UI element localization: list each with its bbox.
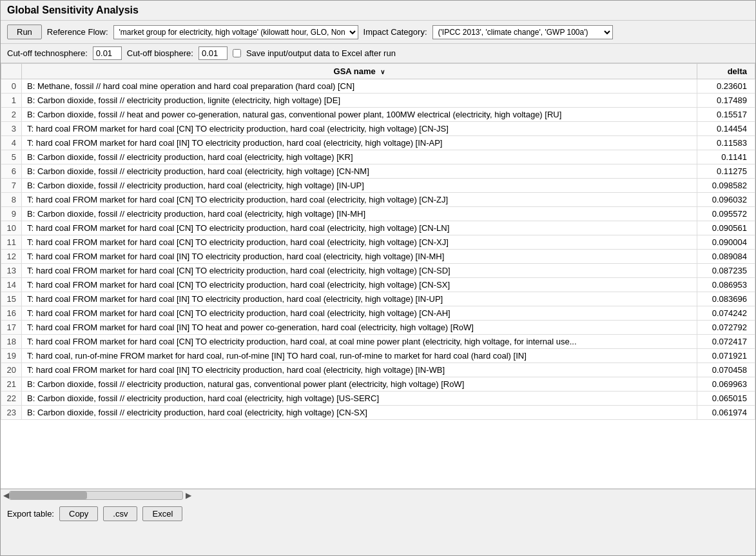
row-index: 6 xyxy=(1,164,22,179)
csv-button[interactable]: .csv xyxy=(103,506,137,521)
run-button[interactable]: Run xyxy=(7,25,42,39)
table-row[interactable]: 0B: Methane, fossil // hard coal mine op… xyxy=(1,79,755,94)
table-row[interactable]: 22B: Carbon dioxide, fossil // electrici… xyxy=(1,392,755,406)
title-bar: Global Sensitivity Analysis xyxy=(1,1,755,21)
row-delta-value: 0.095572 xyxy=(697,207,755,221)
row-gsa-name: T: hard coal FROM market for hard coal [… xyxy=(22,250,697,264)
table-row[interactable]: 6B: Carbon dioxide, fossil // electricit… xyxy=(1,164,755,179)
row-index: 4 xyxy=(1,136,22,150)
export-label: Export table: xyxy=(7,509,54,519)
row-index: 10 xyxy=(1,221,22,235)
table-row[interactable]: 5B: Carbon dioxide, fossil // electricit… xyxy=(1,150,755,164)
row-delta-value: 0.069963 xyxy=(697,377,755,392)
row-index: 23 xyxy=(1,406,22,420)
table-row[interactable]: 18T: hard coal FROM market for hard coal… xyxy=(1,335,755,349)
reference-flow-select[interactable]: 'market group for electricity, high volt… xyxy=(113,25,358,39)
row-index: 1 xyxy=(1,94,22,108)
page-title: Global Sensitivity Analysis xyxy=(7,5,749,16)
row-gsa-name: B: Carbon dioxide, fossil // electricity… xyxy=(22,207,697,221)
row-index: 18 xyxy=(1,335,22,349)
scrollbar-thumb xyxy=(10,491,87,499)
row-delta-value: 0.15517 xyxy=(697,108,755,122)
row-index: 3 xyxy=(1,122,22,136)
col-header-name[interactable]: GSA name ∨ xyxy=(22,64,697,79)
row-index: 9 xyxy=(1,207,22,221)
table-row[interactable]: 3T: hard coal FROM market for hard coal … xyxy=(1,122,755,136)
cutoff-row: Cut-off technosphere: Cut-off biosphere:… xyxy=(1,44,755,63)
table-row[interactable]: 11T: hard coal FROM market for hard coal… xyxy=(1,235,755,250)
row-delta-value: 0.065015 xyxy=(697,392,755,406)
row-gsa-name: T: hard coal, run-of-mine FROM market fo… xyxy=(22,349,697,363)
row-index: 20 xyxy=(1,363,22,377)
horizontal-scrollbar[interactable] xyxy=(9,491,183,500)
row-gsa-name: B: Carbon dioxide, fossil // electricity… xyxy=(22,406,697,420)
table-row[interactable]: 7B: Carbon dioxide, fossil // electricit… xyxy=(1,179,755,193)
reference-flow-label: Reference Flow: xyxy=(47,27,108,37)
table-row[interactable]: 1B: Carbon dioxide, fossil // electricit… xyxy=(1,94,755,108)
table-row[interactable]: 4T: hard coal FROM market for hard coal … xyxy=(1,136,755,150)
table-row[interactable]: 13T: hard coal FROM market for hard coal… xyxy=(1,264,755,278)
table-row[interactable]: 19T: hard coal, run-of-mine FROM market … xyxy=(1,349,755,363)
table-row[interactable]: 21B: Carbon dioxide, fossil // electrici… xyxy=(1,377,755,392)
main-window: Global Sensitivity Analysis Run Referenc… xyxy=(0,0,756,556)
row-gsa-name: B: Carbon dioxide, fossil // electricity… xyxy=(22,94,697,108)
row-gsa-name: B: Carbon dioxide, fossil // electricity… xyxy=(22,179,697,193)
row-index: 0 xyxy=(1,79,22,94)
row-index: 12 xyxy=(1,250,22,264)
footer: Export table: Copy .csv Excel xyxy=(1,501,755,526)
row-index: 5 xyxy=(1,150,22,164)
col-header-index xyxy=(1,64,22,79)
row-index: 21 xyxy=(1,377,22,392)
row-gsa-name: T: hard coal FROM market for hard coal [… xyxy=(22,264,697,278)
row-delta-value: 0.096032 xyxy=(697,193,755,207)
row-gsa-name: T: hard coal FROM market for hard coal [… xyxy=(22,335,697,349)
col-header-delta: delta xyxy=(697,64,755,79)
copy-button[interactable]: Copy xyxy=(59,506,98,521)
row-delta-value: 0.086953 xyxy=(697,278,755,292)
row-delta-value: 0.089084 xyxy=(697,250,755,264)
row-gsa-name: T: hard coal FROM market for hard coal [… xyxy=(22,221,697,235)
table-row[interactable]: 17T: hard coal FROM market for hard coal… xyxy=(1,321,755,335)
row-gsa-name: T: hard coal FROM market for hard coal [… xyxy=(22,193,697,207)
row-gsa-name: B: Carbon dioxide, fossil // electricity… xyxy=(22,392,697,406)
scrollbar-row: ◀ ▶ xyxy=(1,489,755,501)
save-excel-checkbox[interactable] xyxy=(233,49,241,57)
table-row[interactable]: 2B: Carbon dioxide, fossil // heat and p… xyxy=(1,108,755,122)
row-delta-value: 0.070458 xyxy=(697,363,755,377)
table-row[interactable]: 16T: hard coal FROM market for hard coal… xyxy=(1,306,755,321)
row-delta-value: 0.098582 xyxy=(697,179,755,193)
excel-button[interactable]: Excel xyxy=(142,506,182,521)
cutoff-biosphere-label: Cut-off biosphere: xyxy=(127,48,193,58)
impact-category-select[interactable]: ('IPCC 2013', 'climate change', 'GWP 100… xyxy=(432,25,613,39)
table-row[interactable]: 15T: hard coal FROM market for hard coal… xyxy=(1,292,755,306)
sort-arrow-name[interactable]: ∨ xyxy=(380,68,385,75)
cutoff-technosphere-input[interactable] xyxy=(93,46,122,60)
row-gsa-name: B: Methane, fossil // hard coal mine ope… xyxy=(22,79,697,94)
table-row[interactable]: 14T: hard coal FROM market for hard coal… xyxy=(1,278,755,292)
scroll-right-arrow[interactable]: ▶ xyxy=(186,491,191,500)
row-gsa-name: T: hard coal FROM market for hard coal [… xyxy=(22,321,697,335)
row-gsa-name: T: hard coal FROM market for hard coal [… xyxy=(22,363,697,377)
row-delta-value: 0.072792 xyxy=(697,321,755,335)
scroll-left-arrow[interactable]: ◀ xyxy=(3,491,9,500)
cutoff-technosphere-label: Cut-off technosphere: xyxy=(7,48,88,58)
table-row[interactable]: 12T: hard coal FROM market for hard coal… xyxy=(1,250,755,264)
row-delta-value: 0.072417 xyxy=(697,335,755,349)
row-delta-value: 0.074242 xyxy=(697,306,755,321)
save-excel-label: Save input/output data to Excel after ru… xyxy=(246,48,396,58)
table-row[interactable]: 8T: hard coal FROM market for hard coal … xyxy=(1,193,755,207)
row-index: 19 xyxy=(1,349,22,363)
row-index: 17 xyxy=(1,321,22,335)
table-row[interactable]: 9B: Carbon dioxide, fossil // electricit… xyxy=(1,207,755,221)
table-row[interactable]: 23B: Carbon dioxide, fossil // electrici… xyxy=(1,406,755,420)
table-row[interactable]: 10T: hard coal FROM market for hard coal… xyxy=(1,221,755,235)
data-table-container[interactable]: GSA name ∨ delta 0B: Methane, fossil // … xyxy=(1,63,755,489)
row-delta-value: 0.071921 xyxy=(697,349,755,363)
row-delta-value: 0.090561 xyxy=(697,221,755,235)
cutoff-biosphere-input[interactable] xyxy=(199,46,228,60)
impact-category-label: Impact Category: xyxy=(363,27,427,37)
row-index: 2 xyxy=(1,108,22,122)
table-row[interactable]: 20T: hard coal FROM market for hard coal… xyxy=(1,363,755,377)
row-delta-value: 0.1141 xyxy=(697,150,755,164)
row-delta-value: 0.061974 xyxy=(697,406,755,420)
